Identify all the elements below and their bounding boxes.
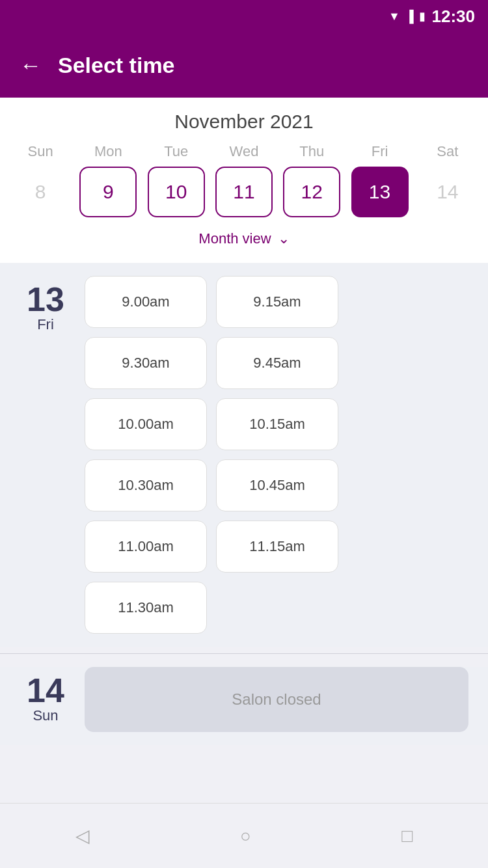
weekday-sat: Sat — [419, 143, 476, 160]
date-9[interactable]: 9 — [79, 167, 137, 217]
status-time: 12:30 — [432, 7, 476, 27]
app-header: ← Select time — [0, 33, 488, 98]
day-number-14: 14 — [27, 673, 64, 707]
date-12[interactable]: 12 — [283, 167, 340, 217]
weekday-fri: Fri — [351, 143, 409, 160]
calendar-section: November 2021 Sun Mon Tue Wed Thu Fri Sa… — [0, 98, 488, 263]
date-14: 14 — [419, 167, 476, 217]
salon-closed-label: Salon closed — [232, 690, 321, 709]
nav-home-button[interactable]: ○ — [240, 826, 251, 847]
slot-1115am[interactable]: 11.15am — [216, 521, 338, 573]
day-label-13: 13 Fri — [20, 276, 72, 634]
slots-section: 13 Fri 9.00am 9.15am 9.30am 9.45am 10.00… — [0, 263, 488, 647]
date-8: 8 — [12, 167, 69, 217]
day-block-13: 13 Fri 9.00am 9.15am 9.30am 9.45am 10.00… — [20, 276, 468, 634]
month-view-toggle[interactable]: Month view ⌄ — [0, 224, 488, 256]
slot-900am[interactable]: 9.00am — [85, 276, 207, 328]
day-label-14: 14 Sun — [20, 667, 72, 732]
slot-1100am[interactable]: 11.00am — [85, 521, 207, 573]
dates-row: 8 9 10 11 12 13 14 — [0, 167, 488, 217]
day-divider — [0, 653, 488, 654]
day-name-14: Sun — [33, 707, 58, 724]
slot-1130am[interactable]: 11.30am — [85, 582, 207, 634]
back-button[interactable]: ← — [20, 54, 42, 76]
wifi-icon: ▼ — [388, 10, 400, 23]
page-title: Select time — [58, 53, 175, 78]
day-name-13: Fri — [37, 316, 54, 333]
slot-1000am[interactable]: 10.00am — [85, 398, 207, 450]
chevron-down-icon: ⌄ — [278, 230, 290, 247]
status-icons: ▼ ▐ ▮ — [388, 9, 426, 23]
slot-1030am[interactable]: 10.30am — [85, 459, 207, 511]
date-11[interactable]: 11 — [215, 167, 273, 217]
signal-icon: ▐ — [405, 10, 414, 23]
nav-recent-button[interactable]: □ — [401, 826, 413, 847]
weekday-mon: Mon — [79, 143, 137, 160]
slot-1015am[interactable]: 10.15am — [216, 398, 338, 450]
salon-closed-box: Salon closed — [85, 667, 468, 732]
day-block-14: 14 Sun Salon closed — [0, 667, 488, 745]
weekday-tue: Tue — [148, 143, 205, 160]
date-10[interactable]: 10 — [148, 167, 205, 217]
month-title: November 2021 — [0, 111, 488, 133]
status-bar: ▼ ▐ ▮ 12:30 — [0, 0, 488, 33]
slot-930am[interactable]: 9.30am — [85, 337, 207, 389]
weekday-sun: Sun — [12, 143, 69, 160]
weekday-thu: Thu — [283, 143, 340, 160]
weekdays-row: Sun Mon Tue Wed Thu Fri Sat — [0, 143, 488, 160]
slots-grid-13: 9.00am 9.15am 9.30am 9.45am 10.00am 10.1… — [85, 276, 468, 634]
date-13[interactable]: 13 — [351, 167, 409, 217]
battery-icon: ▮ — [419, 9, 426, 23]
weekday-wed: Wed — [215, 143, 273, 160]
slot-915am[interactable]: 9.15am — [216, 276, 338, 328]
slot-945am[interactable]: 9.45am — [216, 337, 338, 389]
day-number-13: 13 — [27, 282, 64, 316]
nav-back-button[interactable]: ◁ — [75, 825, 90, 847]
slot-1045am[interactable]: 10.45am — [216, 459, 338, 511]
month-view-label: Month view — [198, 230, 271, 247]
bottom-nav: ◁ ○ □ — [0, 803, 488, 868]
